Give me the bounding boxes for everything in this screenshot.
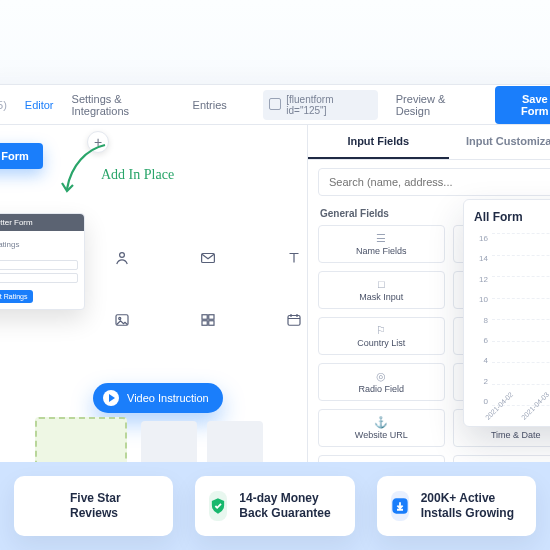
save-button[interactable]: Save Form	[495, 86, 550, 124]
field-tile[interactable]: ⚓Website URL	[318, 409, 445, 447]
chart-title: All Form	[474, 210, 550, 224]
badge-reviews-text: Five Star Reviews	[70, 491, 159, 521]
tab-entries[interactable]: Entries	[193, 99, 227, 111]
shortcode-text: [fluentform id="125"]	[286, 94, 370, 116]
shortcode-chip[interactable]: [fluentform id="125"]	[263, 90, 378, 120]
svg-point-3	[119, 317, 121, 319]
video-instruction-button[interactable]: Video Instruction	[93, 383, 223, 413]
tab-input-customization[interactable]: Input Customization	[449, 125, 551, 159]
tab-settings[interactable]: Settings & Integrations	[72, 93, 175, 117]
chart-y-axis: 1614121086420	[470, 234, 488, 406]
preview-link[interactable]: Preview & Design	[396, 93, 477, 117]
field-tile[interactable]: □Mask Input	[318, 271, 445, 309]
tab-input-fields[interactable]: Input Fields	[308, 125, 449, 159]
mini-submit[interactable]: Submit Ratings	[0, 290, 33, 303]
copy-icon	[271, 100, 280, 110]
submit-chip-label: Submit Form	[0, 150, 29, 162]
badge-installs: 200K+ Active Installs Growing	[377, 476, 536, 536]
svg-rect-5	[209, 315, 214, 320]
field-tile[interactable]: ⚐Country List	[318, 317, 445, 355]
calendar-icon	[271, 301, 307, 339]
add-in-place-label: Add In Place	[101, 167, 174, 183]
mail-icon	[185, 239, 231, 277]
tile-label: Name Fields	[356, 246, 407, 256]
badge-guarantee-text: 14-day Money Back Guarantee	[239, 491, 340, 521]
badge-installs-text: 200K+ Active Installs Growing	[421, 491, 522, 521]
svg-rect-8	[288, 316, 300, 326]
tile-icon: ⚓	[374, 417, 388, 428]
mini-title: Newsletter Form	[0, 214, 84, 231]
badge-guarantee: 14-day Money Back Guarantee	[195, 476, 354, 536]
tile-icon: □	[378, 279, 385, 290]
user-icon	[99, 239, 145, 277]
image-icon	[99, 301, 145, 339]
field-tile[interactable]: ◎Radio Field	[318, 363, 445, 401]
video-label: Video Instruction	[127, 392, 209, 404]
tile-label: Website URL	[355, 430, 408, 440]
mini-password[interactable]	[0, 273, 78, 283]
ghost-block	[141, 421, 197, 463]
chart-x-axis: 2021-04-022021-04-032021-04-042021-04-05…	[484, 416, 550, 423]
text-icon	[271, 239, 307, 277]
fields-panel: Input Fields Input Customization General…	[307, 125, 550, 463]
star-icon: ★★★	[0, 251, 78, 260]
grid-icon	[185, 301, 231, 339]
tile-icon: ◎	[376, 371, 386, 382]
submit-chip[interactable]: Submit Form	[0, 143, 43, 169]
download-icon	[391, 491, 409, 521]
field-icon-grid	[99, 239, 307, 339]
field-tile[interactable]: ☰Name Fields	[318, 225, 445, 263]
svg-rect-7	[209, 321, 214, 326]
form-id: (#125)	[0, 99, 7, 111]
tile-label: Radio Field	[358, 384, 404, 394]
play-icon	[103, 390, 119, 406]
tile-label: Mask Input	[359, 292, 403, 302]
topbar: (#125) Editor Settings & Integrations En…	[0, 85, 550, 125]
panel-tabs: Input Fields Input Customization	[308, 125, 550, 160]
mini-email[interactable]	[0, 260, 78, 270]
chart-plot	[492, 234, 550, 406]
svg-rect-6	[202, 321, 207, 326]
mini-rating-label: Your Ratings	[0, 240, 78, 249]
drop-placeholder[interactable]	[35, 417, 127, 463]
tile-icon: ⚐	[376, 325, 386, 336]
badge-reviews: ★★★ Five Star Reviews	[14, 476, 173, 536]
tile-icon: ☰	[376, 233, 386, 244]
svg-point-0	[120, 253, 125, 258]
tab-editor[interactable]: Editor	[25, 99, 54, 111]
tile-label: Country List	[357, 338, 405, 348]
feature-badges: ★★★ Five Star Reviews 14-day Money Back …	[0, 462, 550, 550]
mini-form-preview: Newsletter Form Your Ratings ★★★ Submit …	[0, 213, 85, 310]
ghost-block	[207, 421, 263, 463]
form-builder-window: (#125) Editor Settings & Integrations En…	[0, 84, 550, 464]
stars-icon: ★★★	[28, 491, 58, 521]
shield-icon	[209, 491, 227, 521]
search-input[interactable]	[318, 168, 550, 196]
svg-rect-4	[202, 315, 207, 320]
chart-card: All Form 1614121086420 2021-04-022021-04…	[463, 199, 550, 427]
builder-canvas[interactable]: Submit Form + Add In Place Newsletter Fo…	[0, 125, 307, 463]
tile-label: Time & Date	[491, 430, 541, 440]
